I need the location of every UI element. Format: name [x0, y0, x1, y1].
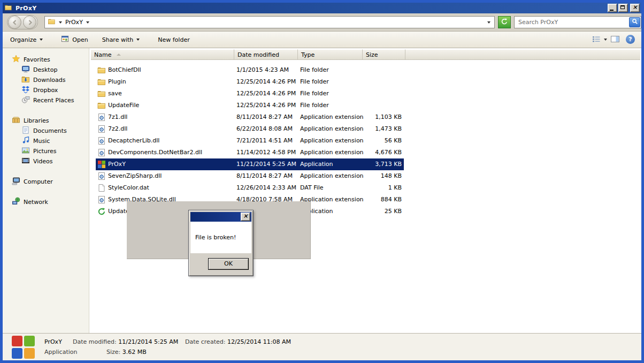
preview-pane-button[interactable] [610, 35, 620, 45]
update-icon [97, 207, 106, 216]
chevron-down-icon[interactable] [59, 21, 62, 24]
sidebar-item-music[interactable]: Music [21, 136, 50, 146]
network-label: Network [24, 199, 48, 206]
navigation-buttons [7, 15, 38, 29]
folder-icon [48, 18, 56, 27]
file-type: File folder [300, 64, 329, 76]
ok-button[interactable]: OK [208, 258, 249, 270]
title-bar[interactable]: PrOxY × [3, 3, 641, 13]
views-icon [592, 35, 601, 44]
details-modified-label: Date modified: [73, 338, 117, 345]
minimize-button[interactable] [608, 4, 617, 12]
sidebar-item-pictures[interactable]: Pictures [21, 146, 57, 156]
share-with-button[interactable]: Share with [99, 35, 143, 45]
file-size: 1,473 KB [354, 123, 402, 135]
file-date: 11/14/2012 4:58 PM [236, 147, 296, 158]
organize-label: Organize [10, 36, 36, 43]
file-type: DAT File [300, 182, 324, 194]
music-icon [21, 136, 30, 146]
open-button[interactable]: Open [58, 33, 91, 46]
views-button[interactable] [592, 35, 607, 44]
recent-places-label: Recent Places [33, 97, 74, 104]
downloads-icon [21, 75, 30, 85]
column-headers: Name Date modified Type Size [91, 49, 640, 60]
file-row[interactable]: Plugin 12/25/2014 4:26 PM File folder [96, 76, 404, 88]
sidebar-item-downloads[interactable]: Downloads [21, 75, 65, 85]
breadcrumb-label[interactable]: PrOxY [65, 19, 83, 26]
search-placeholder: Search PrOxY [518, 19, 558, 26]
sidebar-item-recent-places[interactable]: Recent Places [21, 95, 74, 105]
file-row[interactable]: 7z2.dll 6/22/2014 8:08 AM Application ex… [96, 123, 404, 135]
sidebar-item-documents[interactable]: Documents [21, 126, 67, 135]
pictures-label: Pictures [33, 148, 57, 155]
downloads-label: Downloads [33, 77, 65, 84]
back-button[interactable] [8, 16, 21, 29]
chevron-down-icon [40, 39, 43, 41]
file-row[interactable]: BotChiefDll 1/1/2015 4:23 AM File folder [96, 64, 404, 76]
details-created-label: Date created: [185, 338, 225, 345]
forward-button[interactable] [23, 16, 36, 29]
file-size: 884 KB [354, 194, 402, 206]
column-header-date-modified[interactable]: Date modified [234, 49, 298, 60]
dll-icon [97, 172, 106, 180]
sidebar-section-libraries[interactable]: Libraries [12, 116, 49, 125]
file-row[interactable]: SevenZipSharp.dll 8/11/2014 8:27 AM Appl… [96, 170, 404, 182]
file-size: 25 KB [354, 206, 402, 217]
documents-label: Documents [33, 127, 67, 134]
file-row[interactable]: 7z1.dll 8/11/2014 8:27 AM Application ex… [96, 111, 404, 123]
address-history-icon[interactable] [487, 21, 490, 24]
command-toolbar: Organize Open Share with New folder ? [3, 32, 641, 48]
file-date: 12/26/2014 2:33 AM [236, 182, 296, 194]
size-column-label: Size [366, 51, 378, 58]
search-button[interactable] [629, 17, 640, 27]
help-button[interactable]: ? [626, 35, 635, 44]
sidebar-item-videos[interactable]: Videos [21, 156, 53, 166]
sidebar-item-desktop[interactable]: Desktop [21, 65, 57, 74]
refresh-button[interactable] [498, 16, 511, 28]
search-input[interactable]: Search PrOxY [514, 16, 641, 28]
sort-ascending-icon [117, 54, 121, 56]
magnifier-icon [632, 18, 638, 26]
sidebar-section-computer[interactable]: Computer [12, 177, 53, 186]
file-row[interactable]: save 12/25/2014 4:26 PM File folder [96, 88, 404, 100]
file-row[interactable]: UpdateFile 12/25/2014 4:26 PM File folde… [96, 100, 404, 111]
file-row[interactable]: DevComponents.DotNetBar2.dll 11/14/2012 … [96, 147, 404, 158]
sidebar-item-dropbox[interactable]: Dropbox [21, 85, 58, 95]
file-size: 1,103 KB [354, 111, 402, 123]
file-date: 8/11/2014 8:27 AM [236, 111, 293, 123]
computer-icon [12, 177, 20, 187]
file-row[interactable]: StyleColor.dat 12/26/2014 2:33 AM DAT Fi… [96, 182, 404, 194]
chevron-down-icon[interactable] [86, 21, 89, 24]
file-date: 12/25/2014 4:26 PM [236, 100, 296, 111]
new-folder-button[interactable]: New folder [155, 35, 193, 45]
breadcrumb[interactable]: PrOxY [44, 16, 495, 28]
column-header-size[interactable]: Size [363, 49, 405, 60]
favorites-label: Favorites [24, 56, 50, 63]
videos-label: Videos [33, 158, 53, 165]
open-label: Open [72, 36, 88, 43]
organize-button[interactable]: Organize [7, 35, 46, 45]
folder-icon [97, 78, 106, 86]
file-name: PrOxY [108, 158, 126, 170]
details-file-type: Application [44, 349, 77, 356]
file-type: Application [300, 158, 333, 170]
open-window-icon [61, 35, 69, 44]
file-row-selected[interactable]: PrOxY 11/21/2014 5:25 AM Application 3,7… [96, 158, 404, 170]
chevron-down-icon [604, 39, 607, 41]
dialog-title-bar[interactable]: × [190, 212, 251, 222]
column-header-name[interactable]: Name [91, 49, 234, 60]
preview-pane-icon [610, 38, 620, 45]
dialog-close-button[interactable]: × [241, 213, 250, 221]
column-header-type[interactable]: Type [298, 49, 363, 60]
close-button[interactable]: × [630, 4, 640, 12]
maximize-button[interactable] [618, 4, 628, 12]
sidebar-section-favorites[interactable]: Favorites [12, 55, 50, 64]
dropbox-icon [21, 85, 30, 95]
back-icon [12, 19, 18, 26]
file-name: StyleColor.dat [108, 182, 149, 194]
libraries-icon [12, 116, 20, 126]
file-row[interactable]: DecaptcherLib.dll 7/21/2011 4:51 AM Appl… [96, 135, 404, 147]
file-size: 3,713 KB [354, 158, 402, 170]
sidebar-section-network[interactable]: Network [12, 197, 48, 207]
file-size: 4,676 KB [354, 147, 402, 158]
